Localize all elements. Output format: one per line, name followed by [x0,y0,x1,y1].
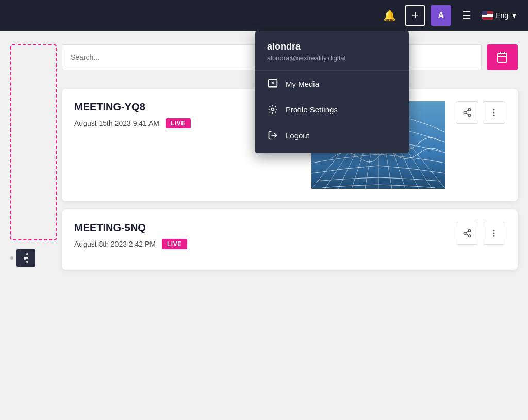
calendar-icon [496,51,508,63]
live-badge-2: LIVE [162,239,187,249]
user-avatar-button[interactable]: A [431,5,451,26]
share-button-1[interactable] [456,101,478,124]
meeting-card-2: MEETING-5NQ August 8th 2023 2:42 PM LIVE [62,209,518,270]
svg-point-37 [493,233,495,234]
svg-point-33 [468,235,471,237]
share-button-2[interactable] [456,222,478,245]
svg-point-30 [493,115,495,116]
svg-point-29 [493,112,495,114]
meeting-date-1: August 15th 2023 9:41 AM [74,119,159,127]
meeting-actions-2 [456,222,505,245]
header: 🔔 + A ☰ Eng ▼ [0,0,528,31]
us-flag-icon [482,11,493,20]
language-selector[interactable]: Eng ▼ [482,11,518,20]
logout-label: Logout [286,131,309,140]
live-badge-1: LIVE [166,118,191,128]
lang-label: Eng [496,11,508,20]
sidebar-dot-1 [10,256,13,260]
profile-settings-menu-item[interactable]: Profile Settings [255,96,409,122]
svg-point-2 [272,108,274,111]
dropdown-username: alondra [267,41,397,52]
logout-menu-item[interactable]: Logout [255,122,409,148]
user-dropdown-menu: alondra alondra@nextreality.digital My M… [255,31,409,153]
meeting-date-row-2: August 8th 2023 2:42 PM LIVE [74,239,446,249]
menu-icon: ☰ [462,9,471,22]
svg-point-38 [493,235,495,237]
more-options-button-1[interactable] [483,101,505,124]
hamburger-menu-button[interactable]: ☰ [456,5,477,26]
media-icon [267,78,278,89]
sidebar-item-1 [10,249,57,267]
notifications-button[interactable]: 🔔 [379,5,400,26]
svg-point-28 [493,109,495,110]
logout-icon [267,130,278,141]
bell-icon: 🔔 [383,9,396,22]
sidebar-dashed-area [10,44,57,240]
more-options-button-2[interactable] [483,222,505,245]
svg-line-26 [466,113,468,115]
svg-point-23 [468,109,471,111]
dropdown-user-section: alondra alondra@nextreality.digital [255,31,409,71]
share-icon [463,108,472,117]
calendar-button[interactable] [487,44,518,70]
svg-point-25 [468,114,471,117]
sidebar-action-1[interactable] [16,249,35,267]
left-sidebar [10,44,57,270]
meeting-title-2: MEETING-5NQ [74,222,446,234]
more-dots-icon [489,108,499,117]
svg-point-24 [464,111,466,114]
meeting-actions-1 [456,101,505,124]
svg-point-36 [493,230,495,231]
svg-line-27 [466,110,468,112]
lang-arrow-icon: ▼ [510,11,518,20]
meeting-info-2: MEETING-5NQ August 8th 2023 2:42 PM LIVE [74,222,446,249]
svg-point-31 [468,230,471,232]
profile-settings-label: Profile Settings [286,105,338,114]
share-icon-2 [463,229,472,238]
svg-line-34 [466,234,468,235]
plus-icon: + [412,9,419,22]
settings-icon [267,104,278,115]
meeting-date-2: August 8th 2023 2:42 PM [74,240,156,248]
dropdown-email: alondra@nextreality.digital [267,54,397,62]
svg-rect-4 [498,53,507,62]
svg-line-35 [466,231,468,233]
add-button[interactable]: + [405,5,425,26]
user-initial: A [438,11,444,20]
my-media-label: My Media [286,79,319,88]
svg-point-32 [464,232,466,235]
my-media-menu-item[interactable]: My Media [255,71,409,96]
more-dots-icon-2 [489,229,499,238]
